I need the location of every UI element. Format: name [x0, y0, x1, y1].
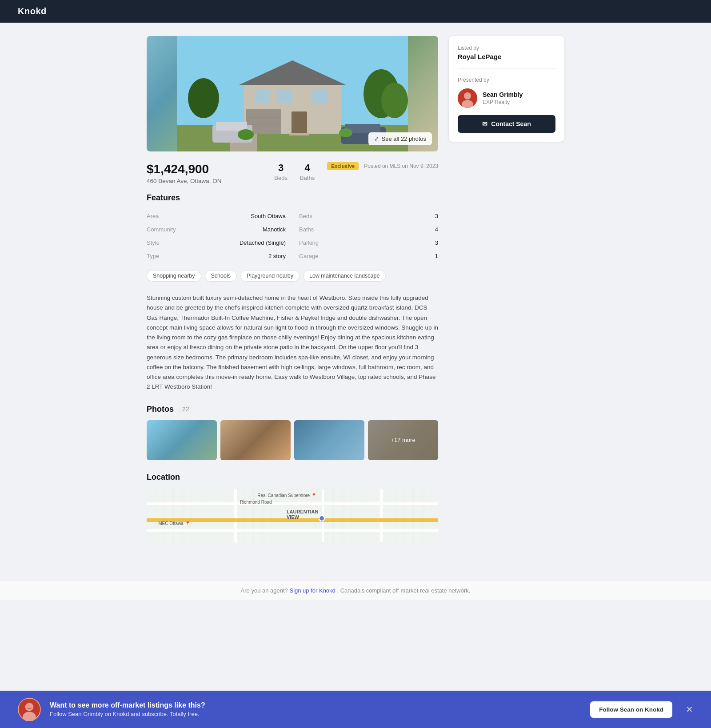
map-label-mec: MEC Ottawa 📍	[158, 521, 190, 526]
sidebar: Listed by Royal LePage Presented by Sean…	[449, 36, 564, 142]
listing-stats: 3 Beds 4 Baths Exclusive Posted on MLS o…	[274, 162, 438, 181]
svg-rect-8	[255, 89, 270, 103]
expand-icon: ⤢	[374, 135, 379, 142]
photo-thumbnail[interactable]	[220, 420, 291, 460]
svg-point-20	[238, 129, 254, 140]
features-section: Features AreaSouth OttawaCommunityManoti…	[147, 193, 438, 282]
agent-info: Sean Grimbly EXP Realty	[483, 91, 523, 105]
tags-row: Shopping nearbySchoolsPlayground nearbyL…	[147, 270, 438, 282]
agent-avatar	[458, 88, 477, 108]
map-road-v1	[234, 489, 237, 542]
feature-label: Garage	[299, 250, 435, 263]
feature-value: South Ottawa	[240, 210, 286, 223]
contact-button[interactable]: ✉ Contact Sean	[458, 115, 555, 133]
map-container: Real Canadian Superstore 📍 Richmond Road…	[147, 489, 438, 542]
map-label-laurentian: LAURENTIANVIEW	[287, 509, 319, 520]
listing-price: $1,424,900	[147, 162, 222, 176]
svg-rect-10	[312, 89, 328, 103]
footer-agent-line: Are you an agent? Sign up for Knokd . Ca…	[0, 581, 711, 600]
photo-thumbnail-inner	[147, 420, 217, 460]
map-road-v3	[380, 489, 383, 542]
price-block: $1,424,900 460 Bevan Ave, Ottawa, ON	[147, 162, 222, 184]
feature-label: Area	[147, 210, 240, 223]
listing-header: $1,424,900 460 Bevan Ave, Ottawa, ON 3 B…	[147, 162, 438, 184]
see-photos-button[interactable]: ⤢ See all 22 photos	[368, 132, 432, 145]
photos-section: Photos 22 +17 more	[147, 405, 438, 460]
page-container: ⤢ See all 22 photos $1,424,900 460 Bevan…	[138, 23, 573, 581]
sidebar-card: Listed by Royal LePage Presented by Sean…	[449, 36, 564, 142]
agent-avatar-svg	[458, 88, 477, 108]
map-road-h3	[147, 529, 438, 532]
map-location-marker	[319, 515, 325, 521]
features-table: AreaSouth OttawaCommunityManotickStyleDe…	[147, 210, 438, 263]
description-text: Stunning custom built luxury semi-detach…	[147, 293, 438, 392]
map-background: Real Canadian Superstore 📍 Richmond Road…	[147, 489, 438, 542]
email-icon: ✉	[482, 120, 487, 127]
signup-link[interactable]: Sign up for Knokd	[289, 587, 335, 594]
contact-btn-label: Contact Sean	[491, 120, 531, 127]
features-title: Features	[147, 193, 438, 203]
photo-thumbnail[interactable]	[147, 420, 217, 460]
location-section: Location Real Canadian Supersto	[147, 473, 438, 542]
photo-thumbnail-inner	[294, 420, 364, 460]
feature-value: Manotick	[240, 223, 286, 236]
footer-text-before: Are you an agent?	[241, 587, 288, 594]
beds-label: Beds	[274, 175, 288, 181]
baths-stat: 4 Baths	[300, 162, 315, 181]
presented-by-label: Presented by	[458, 77, 555, 83]
feature-label: Community	[147, 223, 240, 236]
photos-header: Photos 22	[147, 405, 438, 414]
feature-tag: Playground nearby	[240, 270, 300, 282]
feature-value: 3	[435, 236, 438, 250]
listing-address: 460 Bevan Ave, Ottawa, ON	[147, 178, 222, 184]
exclusive-badge: Exclusive	[327, 162, 359, 170]
sidebar-divider	[458, 68, 555, 69]
feature-label: Parking	[299, 236, 435, 250]
feature-value: 4	[435, 223, 438, 236]
features-right-col: Beds3Baths4Parking3Garage1	[299, 210, 438, 263]
svg-point-3	[381, 83, 408, 118]
feature-label: Baths	[299, 223, 435, 236]
svg-rect-9	[277, 89, 292, 103]
feature-value: 2 story	[240, 250, 286, 263]
photos-count: 22	[178, 405, 193, 414]
svg-rect-14	[292, 111, 307, 134]
description-section: Stunning custom built luxury semi-detach…	[147, 293, 438, 392]
listed-by-label: Listed by	[458, 45, 555, 51]
listed-by-value: Royal LePage	[458, 53, 555, 60]
hero-image-container: ⤢ See all 22 photos	[147, 36, 438, 151]
site-header: Knokd	[0, 0, 711, 23]
map-label-richmond: Richmond Road	[240, 500, 272, 505]
feature-label: Type	[147, 250, 240, 263]
agent-company: EXP Realty	[483, 99, 523, 105]
posted-date: Posted on MLS on Nov 9, 2023	[364, 163, 438, 169]
feature-tag: Schools	[205, 270, 237, 282]
photo-thumbnail[interactable]	[294, 420, 364, 460]
map-label-superstore: Real Canadian Superstore 📍	[257, 493, 316, 498]
svg-point-1	[188, 78, 219, 118]
baths-label: Baths	[300, 175, 315, 181]
site-logo: Knokd	[18, 6, 693, 16]
location-title: Location	[147, 473, 438, 482]
main-content: ⤢ See all 22 photos $1,424,900 460 Bevan…	[147, 36, 438, 554]
photos-grid: +17 more	[147, 420, 438, 460]
feature-label: Style	[147, 236, 240, 250]
feature-tag: Shopping nearby	[147, 270, 201, 282]
photos-title: Photos	[147, 405, 174, 414]
feature-value: 1	[435, 250, 438, 263]
photo-thumbnail-inner	[220, 420, 291, 460]
agent-name: Sean Grimbly	[483, 91, 523, 98]
svg-rect-15	[289, 133, 309, 135]
listing-meta: Exclusive Posted on MLS on Nov 9, 2023	[327, 162, 438, 170]
agent-row: Sean Grimbly EXP Realty	[458, 88, 555, 108]
features-left-col: AreaSouth OttawaCommunityManotickStyleDe…	[147, 210, 286, 263]
footer-text-after: . Canada's compliant off-market real est…	[337, 587, 470, 594]
map-road-h1	[147, 502, 438, 505]
svg-rect-17	[216, 122, 247, 131]
beds-count: 3	[274, 162, 288, 174]
photo-thumbnail[interactable]: +17 more	[368, 420, 438, 460]
beds-stat: 3 Beds	[274, 162, 288, 181]
photo-more-overlay: +17 more	[368, 420, 438, 460]
svg-point-23	[464, 92, 471, 99]
see-photos-label: See all 22 photos	[382, 135, 426, 142]
